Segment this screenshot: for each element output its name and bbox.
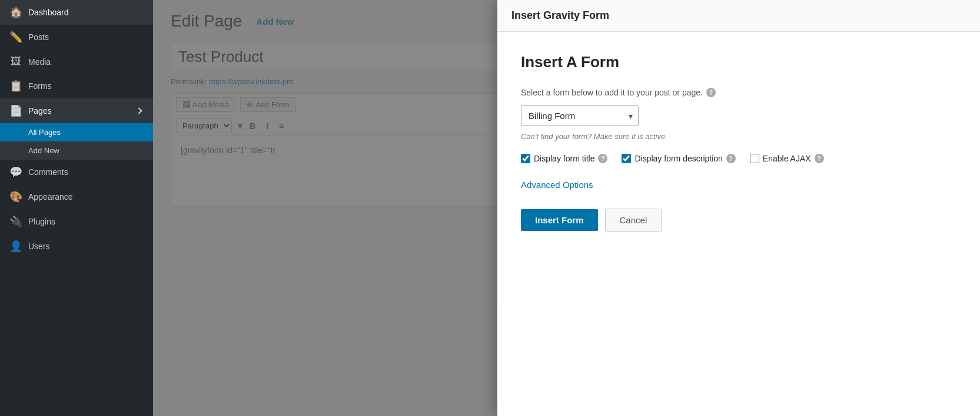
sidebar-item-add-new-page[interactable]: Add New [0, 141, 153, 160]
advanced-options-link[interactable]: Advanced Options [521, 180, 956, 190]
modal-header: Insert Gravity Form [497, 0, 980, 32]
cant-find-text: Can't find your form? Make sure it is ac… [521, 132, 956, 141]
plugins-icon: 🔌 [9, 215, 22, 228]
cancel-button[interactable]: Cancel [605, 209, 662, 232]
sidebar: 🏠 Dashboard ✏️ Posts 🖼 Media 📋 Forms 📄 P… [0, 0, 153, 416]
modal-actions: Insert Form Cancel [521, 209, 956, 232]
sidebar-item-users[interactable]: 👤 Users [0, 234, 153, 259]
sidebar-label-pages: Pages [28, 106, 52, 115]
pages-icon: 📄 [9, 104, 22, 117]
sidebar-item-forms[interactable]: 📋 Forms [0, 74, 153, 98]
dashboard-icon: 🏠 [9, 6, 22, 19]
sidebar-item-posts[interactable]: ✏️ Posts [0, 25, 153, 49]
form-select-description: Select a form below to add it to your po… [521, 88, 956, 97]
enable-ajax-label: Enable AJAX [763, 154, 811, 163]
sidebar-label-comments: Comments [28, 167, 68, 177]
sidebar-label-posts: Posts [28, 32, 49, 42]
posts-icon: ✏️ [9, 31, 22, 44]
sidebar-label-media: Media [28, 57, 51, 67]
ajax-help-icon[interactable]: ? [815, 154, 824, 163]
checkboxes-row: Display form title ? Display form descri… [521, 154, 956, 163]
modal-body: Insert A Form Select a form below to add… [497, 32, 980, 416]
display-description-checkbox[interactable] [622, 154, 631, 163]
sidebar-item-all-pages[interactable]: All Pages [0, 123, 153, 141]
media-icon: 🖼 [9, 55, 22, 68]
sidebar-item-plugins[interactable]: 🔌 Plugins [0, 209, 153, 234]
modal-header-title: Insert Gravity Form [511, 9, 609, 21]
display-title-label: Display form title [534, 154, 594, 163]
sidebar-item-comments[interactable]: 💬 Comments [0, 160, 153, 184]
comments-icon: 💬 [9, 166, 22, 179]
sidebar-item-media[interactable]: 🖼 Media [0, 49, 153, 74]
display-description-checkbox-item[interactable]: Display form description ? [622, 154, 735, 163]
insert-form-button[interactable]: Insert Form [521, 209, 598, 231]
form-select-wrapper: Billing Form ▾ [521, 105, 639, 126]
sidebar-label-dashboard: Dashboard [28, 8, 69, 17]
title-help-icon[interactable]: ? [598, 154, 607, 163]
sidebar-label-plugins: Plugins [28, 217, 55, 226]
insert-gravity-form-modal: Insert Gravity Form Insert A Form Select… [497, 0, 980, 416]
form-select[interactable]: Billing Form [521, 105, 639, 126]
pages-arrow-icon [135, 107, 142, 114]
sidebar-item-pages[interactable]: 📄 Pages [0, 98, 153, 123]
display-title-checkbox-item[interactable]: Display form title ? [521, 154, 607, 163]
sidebar-item-dashboard[interactable]: 🏠 Dashboard [0, 0, 153, 25]
forms-icon: 📋 [9, 80, 22, 93]
display-description-label: Display form description [634, 154, 722, 163]
all-pages-label: All Pages [28, 128, 61, 137]
display-title-checkbox[interactable] [521, 154, 530, 163]
sidebar-item-appearance[interactable]: 🎨 Appearance [0, 184, 153, 209]
pages-submenu: All Pages Add New [0, 123, 153, 160]
appearance-icon: 🎨 [9, 190, 22, 203]
add-new-page-label: Add New [28, 146, 59, 155]
modal-title: Insert A Form [521, 53, 956, 71]
sidebar-label-users: Users [28, 242, 50, 251]
main-content: Edit Page Add New Permalink: https://wpd… [153, 0, 980, 416]
sidebar-label-forms: Forms [28, 81, 52, 91]
users-icon: 👤 [9, 240, 22, 253]
enable-ajax-checkbox-item[interactable]: Enable AJAX ? [750, 154, 824, 163]
description-help-icon[interactable]: ? [726, 154, 736, 163]
enable-ajax-checkbox[interactable] [750, 154, 759, 163]
sidebar-label-appearance: Appearance [28, 192, 73, 202]
select-help-icon[interactable]: ? [706, 88, 716, 97]
